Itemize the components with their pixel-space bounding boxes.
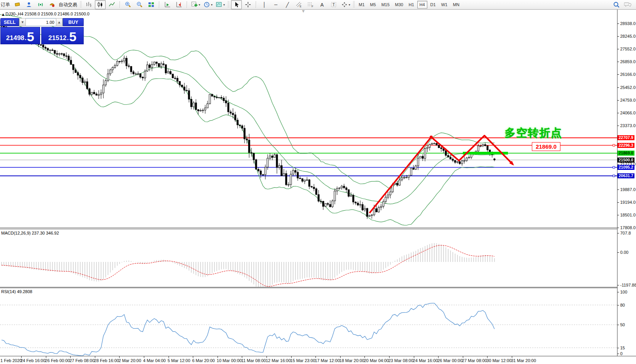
crosshair-icon[interactable] [243,0,253,9]
price-axis-tick-mark [617,62,619,62]
fibonacci-tool-icon[interactable]: F [305,0,316,9]
time-axis-tick-mark [95,356,95,358]
rsi-chart[interactable] [0,288,617,356]
chat-icon[interactable] [623,0,633,9]
auto-trading-button[interactable]: 自动交易 [59,2,77,8]
toolbar-grip[interactable] [353,1,355,8]
time-axis[interactable]: 1 Feb 202024 Feb 16:0026 Feb 00:0027 Feb… [0,356,636,364]
signal-icon[interactable] [35,0,46,9]
toolbar-grip[interactable] [228,1,229,8]
chevron-down-icon[interactable]: ▾ [223,3,225,7]
volume-stepper[interactable]: ▼ 1.00 ▲ [19,18,63,26]
price-axis-label: 80 [620,303,636,307]
price-axis-tick-mark [617,215,619,215]
symbol-search-icon[interactable] [611,0,622,9]
sell-button[interactable]: SELL [0,18,19,26]
timeframe-button-mn[interactable]: MN [450,1,462,8]
chevron-down-icon[interactable]: ▾ [211,3,213,7]
tile-windows-icon[interactable] [146,0,157,9]
vertical-line-tool-icon[interactable]: │ [259,0,270,9]
sell-price-button[interactable]: 21498 . 5 [0,27,40,44]
price-axis-label: 27552.0 [620,47,636,51]
price-axis-tick-mark [617,348,619,348]
buy-price-frac: 5 [69,30,76,43]
trendline-tool-icon[interactable]: ╱ [282,0,293,9]
chevron-down-icon[interactable]: ▾ [199,3,200,7]
time-axis-tick-mark [169,356,169,358]
price-axis-label: 707.8 [620,231,636,235]
zoom-in-icon[interactable] [123,0,133,9]
time-axis-label: 18 Mar 20:00 [339,358,364,363]
price-axis-label: 19194.0 [620,200,636,205]
scroll-marker-icon: ▼ [302,10,305,13]
one-click-trading-panel: SELL ▼ 1.00 ▲ BUY 21498 . 5 21512 . 5 [0,18,84,44]
price-axis-label: 25452.0 [620,85,636,90]
macd-pane[interactable]: MACD(12,26,9) 237.30 346.92 [0,229,617,287]
chevron-down-icon[interactable]: ▾ [349,3,350,7]
main-chart-pane[interactable]: ▼ ▲ DJ30-,H4 21508.0 21509.0 21486.0 215… [0,10,617,228]
timeframe-button-h1[interactable]: H1 [406,1,416,8]
chart-shift-icon[interactable] [174,0,184,9]
new-chart-icon[interactable]: ▾ [190,0,201,9]
buy-button[interactable]: BUY [63,18,84,26]
time-axis-label: 26 Feb 00:00 [45,358,70,363]
community-icon[interactable] [24,0,34,9]
template-icon[interactable]: ▾ [214,0,226,9]
price-axis-tick-mark [617,305,619,305]
price-axis-label: 24066.0 [620,111,636,115]
zoom-out-icon[interactable] [134,0,145,9]
timeframe-button-m5[interactable]: M5 [368,1,378,8]
line-chart-icon[interactable] [106,0,117,9]
text-tool-icon[interactable]: A [317,0,327,9]
price-axis[interactable]: 28938.028245.027552.026859.026166.025452… [617,10,636,356]
auto-scroll-icon[interactable] [162,0,173,9]
time-axis-label: 5 Mar 12:00 [168,358,191,363]
text-label-tool-icon[interactable]: T [328,0,339,9]
time-axis-tick-mark [291,356,292,358]
price-axis-tick-mark [617,292,619,292]
candlestick-chart[interactable] [0,10,617,228]
time-axis-tick-mark [193,356,193,358]
timeframe-button-m15[interactable]: M15 [379,1,392,8]
price-axis-tick-mark [617,113,619,113]
new-order-button[interactable]: 订单 [1,2,10,8]
price-axis-tick-mark [617,36,619,37]
price-axis-label: 15 [620,346,636,350]
timeframe-button-m30[interactable]: M30 [393,1,405,8]
timeframe-button-w1[interactable]: W1 [439,1,450,8]
time-axis-tick-mark [144,356,144,358]
new-order-icon[interactable] [12,0,23,9]
time-axis-label: 28 Feb 16:00 [94,358,119,363]
price-axis-label: 24759.0 [620,98,636,102]
price-axis-tick-mark [617,233,619,233]
shapes-tool-icon[interactable]: ▾ [340,0,351,9]
price-axis-label: 23373.0 [620,123,636,128]
toolbar-grip[interactable] [80,1,82,8]
volume-decrease-button[interactable]: ▼ [19,18,26,26]
timeframe-button-m1[interactable]: M1 [356,1,367,8]
macd-chart[interactable] [0,229,617,287]
volume-increase-button[interactable]: ▲ [56,18,62,26]
buy-price-button[interactable]: 21512 . 5 [41,27,84,44]
timeframe-toolbar: M1M5M15M30H1H4D1W1MN [356,1,462,8]
period-icon[interactable]: ▾ [202,0,214,9]
channel-tool-icon[interactable]: E [294,0,304,9]
timeframe-button-h4[interactable]: H4 [417,1,427,8]
rsi-pane[interactable]: RSI(14) 49.2808 [0,288,617,356]
price-axis-tick-mark [617,190,619,190]
volume-value[interactable]: 1.00 [26,20,56,25]
time-axis-tick-mark [438,356,439,358]
rsi-indicator-label: RSI(14) 49.2808 [1,289,32,294]
price-line-badge: 21095.2 [617,165,634,170]
horizontal-line-tool-icon[interactable]: ─ [270,0,281,9]
bar-chart-icon[interactable] [83,0,94,9]
candlestick-chart-icon[interactable] [95,0,106,9]
time-axis-label: 6 Mar 20:00 [192,358,215,363]
cursor-icon[interactable] [231,0,242,9]
timeframe-button-d1[interactable]: D1 [428,1,438,8]
auto-trading-icon[interactable] [47,0,57,9]
price-axis-label: 26859.0 [620,59,636,64]
price-axis-tick-mark [617,228,619,228]
macd-indicator-label: MACD(12,26,9) 237.30 346.92 [1,231,59,235]
level-annotation-box: 21869.0 [532,142,560,151]
